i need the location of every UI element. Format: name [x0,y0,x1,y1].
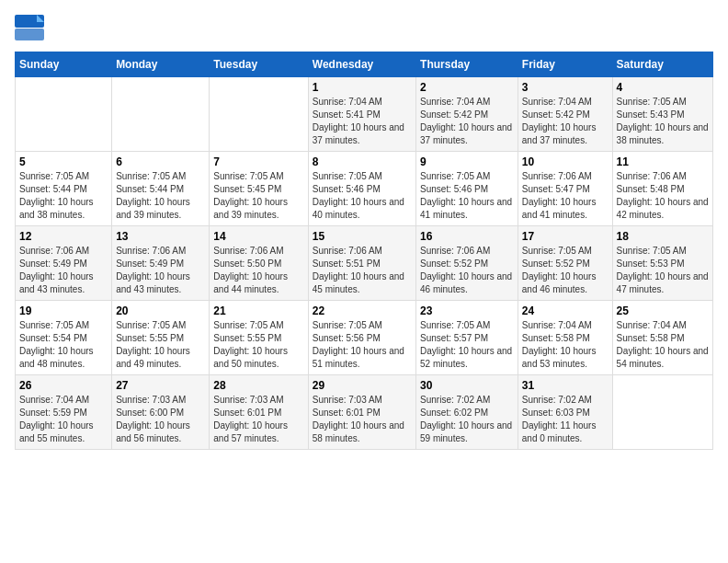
day-info: Sunrise: 7:05 AMSunset: 5:57 PMDaylight:… [420,319,514,371]
calendar-cell: 14Sunrise: 7:06 AMSunset: 5:50 PMDayligh… [210,226,308,301]
day-info: Sunrise: 7:06 AMSunset: 5:49 PMDaylight:… [19,245,108,296]
calendar-cell: 28Sunrise: 7:03 AMSunset: 6:01 PMDayligh… [210,375,308,450]
day-number: 30 [420,379,514,392]
week-row-2: 5Sunrise: 7:05 AMSunset: 5:44 PMDaylight… [16,152,713,226]
day-info: Sunrise: 7:05 AMSunset: 5:44 PMDaylight:… [19,170,108,222]
day-info: Sunrise: 7:05 AMSunset: 5:43 PMDaylight:… [617,96,709,147]
calendar-cell: 23Sunrise: 7:05 AMSunset: 5:57 PMDayligh… [416,301,518,375]
day-number: 9 [420,155,514,168]
day-info: Sunrise: 7:06 AMSunset: 5:52 PMDaylight:… [420,245,514,296]
day-number: 16 [420,230,514,243]
day-info: Sunrise: 7:04 AMSunset: 5:58 PMDaylight:… [522,319,609,371]
calendar-cell [16,77,112,152]
day-number: 29 [313,379,412,392]
calendar-cell: 22Sunrise: 7:05 AMSunset: 5:56 PMDayligh… [308,301,415,375]
day-info: Sunrise: 7:04 AMSunset: 5:42 PMDaylight:… [522,96,609,147]
calendar-cell: 2Sunrise: 7:04 AMSunset: 5:42 PMDaylight… [416,77,518,152]
day-info: Sunrise: 7:06 AMSunset: 5:50 PMDaylight:… [213,245,303,296]
calendar-cell: 19Sunrise: 7:05 AMSunset: 5:54 PMDayligh… [16,301,112,375]
day-number: 24 [522,304,609,317]
calendar-cell: 13Sunrise: 7:06 AMSunset: 5:49 PMDayligh… [112,226,210,301]
day-number: 2 [420,81,514,94]
day-number: 17 [522,230,609,243]
day-info: Sunrise: 7:04 AMSunset: 5:42 PMDaylight:… [420,96,514,147]
week-row-3: 12Sunrise: 7:06 AMSunset: 5:49 PMDayligh… [16,226,713,301]
day-number: 19 [19,304,108,317]
calendar-cell: 24Sunrise: 7:04 AMSunset: 5:58 PMDayligh… [518,301,612,375]
header-friday: Friday [518,52,612,77]
day-number: 23 [420,304,514,317]
calendar-cell: 30Sunrise: 7:02 AMSunset: 6:02 PMDayligh… [416,375,518,450]
calendar-cell: 1Sunrise: 7:04 AMSunset: 5:41 PMDaylight… [308,77,415,152]
calendar-header-row: SundayMondayTuesdayWednesdayThursdayFrid… [16,52,713,77]
calendar-cell: 10Sunrise: 7:06 AMSunset: 5:47 PMDayligh… [518,152,612,226]
calendar-cell: 29Sunrise: 7:03 AMSunset: 6:01 PMDayligh… [308,375,415,450]
calendar-table: SundayMondayTuesdayWednesdayThursdayFrid… [15,52,713,450]
day-number: 27 [116,379,205,392]
day-info: Sunrise: 7:05 AMSunset: 5:45 PMDaylight:… [213,170,303,222]
calendar-cell: 20Sunrise: 7:05 AMSunset: 5:55 PMDayligh… [112,301,210,375]
header-monday: Monday [112,52,210,77]
calendar-cell: 8Sunrise: 7:05 AMSunset: 5:46 PMDaylight… [308,152,415,226]
day-info: Sunrise: 7:02 AMSunset: 6:03 PMDaylight:… [522,394,609,445]
day-number: 31 [522,379,609,392]
day-info: Sunrise: 7:04 AMSunset: 5:41 PMDaylight:… [313,96,412,147]
week-row-1: 1Sunrise: 7:04 AMSunset: 5:41 PMDaylight… [16,77,713,152]
day-number: 7 [213,155,303,168]
week-row-4: 19Sunrise: 7:05 AMSunset: 5:54 PMDayligh… [16,301,713,375]
calendar-cell: 9Sunrise: 7:05 AMSunset: 5:46 PMDaylight… [416,152,518,226]
day-info: Sunrise: 7:03 AMSunset: 6:01 PMDaylight:… [313,394,412,445]
day-number: 5 [19,155,108,168]
day-info: Sunrise: 7:05 AMSunset: 5:46 PMDaylight:… [313,170,412,222]
day-number: 12 [19,230,108,243]
day-info: Sunrise: 7:04 AMSunset: 5:59 PMDaylight:… [19,394,108,445]
calendar-cell [612,375,712,450]
page-header [15,15,713,40]
day-number: 22 [313,304,412,317]
day-number: 13 [116,230,205,243]
calendar-cell: 17Sunrise: 7:05 AMSunset: 5:52 PMDayligh… [518,226,612,301]
day-info: Sunrise: 7:05 AMSunset: 5:54 PMDaylight:… [19,319,108,371]
calendar-cell: 3Sunrise: 7:04 AMSunset: 5:42 PMDaylight… [518,77,612,152]
header-sunday: Sunday [16,52,112,77]
day-info: Sunrise: 7:05 AMSunset: 5:46 PMDaylight:… [420,170,514,222]
day-info: Sunrise: 7:05 AMSunset: 5:44 PMDaylight:… [116,170,205,222]
day-number: 14 [213,230,303,243]
day-info: Sunrise: 7:05 AMSunset: 5:53 PMDaylight:… [617,245,709,296]
day-number: 6 [116,155,205,168]
calendar-cell: 11Sunrise: 7:06 AMSunset: 5:48 PMDayligh… [612,152,712,226]
day-number: 15 [313,230,412,243]
day-info: Sunrise: 7:03 AMSunset: 6:00 PMDaylight:… [116,394,205,445]
day-info: Sunrise: 7:06 AMSunset: 5:51 PMDaylight:… [313,245,412,296]
day-number: 8 [313,155,412,168]
day-number: 21 [213,304,303,317]
calendar-cell: 16Sunrise: 7:06 AMSunset: 5:52 PMDayligh… [416,226,518,301]
calendar-cell: 7Sunrise: 7:05 AMSunset: 5:45 PMDaylight… [210,152,308,226]
week-row-5: 26Sunrise: 7:04 AMSunset: 5:59 PMDayligh… [16,375,713,450]
day-info: Sunrise: 7:06 AMSunset: 5:48 PMDaylight:… [617,170,709,222]
day-info: Sunrise: 7:05 AMSunset: 5:52 PMDaylight:… [522,245,609,296]
day-number: 3 [522,81,609,94]
calendar-cell: 18Sunrise: 7:05 AMSunset: 5:53 PMDayligh… [612,226,712,301]
svg-rect-1 [15,29,44,40]
calendar-cell: 12Sunrise: 7:06 AMSunset: 5:49 PMDayligh… [16,226,112,301]
day-number: 25 [617,304,709,317]
calendar-cell: 15Sunrise: 7:06 AMSunset: 5:51 PMDayligh… [308,226,415,301]
logo-icon [15,15,44,40]
calendar-cell: 31Sunrise: 7:02 AMSunset: 6:03 PMDayligh… [518,375,612,450]
day-number: 28 [213,379,303,392]
calendar-cell: 27Sunrise: 7:03 AMSunset: 6:00 PMDayligh… [112,375,210,450]
calendar-cell: 26Sunrise: 7:04 AMSunset: 5:59 PMDayligh… [16,375,112,450]
calendar-cell: 6Sunrise: 7:05 AMSunset: 5:44 PMDaylight… [112,152,210,226]
header-thursday: Thursday [416,52,518,77]
day-info: Sunrise: 7:04 AMSunset: 5:58 PMDaylight:… [617,319,709,371]
day-number: 1 [313,81,412,94]
header-tuesday: Tuesday [210,52,308,77]
calendar-cell: 4Sunrise: 7:05 AMSunset: 5:43 PMDaylight… [612,77,712,152]
day-info: Sunrise: 7:05 AMSunset: 5:56 PMDaylight:… [313,319,412,371]
calendar-cell [210,77,308,152]
day-number: 4 [617,81,709,94]
day-info: Sunrise: 7:05 AMSunset: 5:55 PMDaylight:… [116,319,205,371]
day-info: Sunrise: 7:02 AMSunset: 6:02 PMDaylight:… [420,394,514,445]
day-info: Sunrise: 7:06 AMSunset: 5:49 PMDaylight:… [116,245,205,296]
